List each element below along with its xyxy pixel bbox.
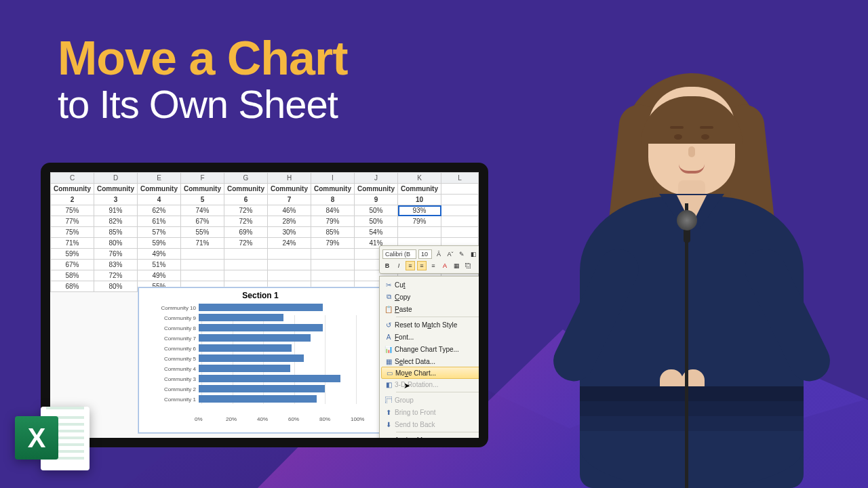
data-cell[interactable] [441, 216, 479, 227]
data-cell[interactable] [479, 238, 489, 249]
data-cell[interactable] [479, 260, 489, 270]
data-cell[interactable]: 49% [138, 249, 181, 260]
data-cell[interactable]: 67% [181, 216, 224, 227]
data-cell[interactable]: 30% [268, 227, 311, 238]
data-cell[interactable] [479, 216, 489, 227]
chart-context-menu[interactable]: ✂Cut⧉Copy📋Paste↺Reset to Match StyleAFon… [379, 276, 488, 447]
data-cell[interactable]: 51% [138, 260, 181, 270]
data-cell[interactable] [224, 270, 268, 281]
column-header[interactable]: H [268, 173, 311, 184]
data-cell[interactable]: 46% [268, 205, 311, 216]
menu-item-change-chart-type[interactable]: 📊Change Chart Type... [380, 343, 488, 355]
data-cell[interactable] [398, 227, 441, 238]
header-cell[interactable] [441, 184, 479, 195]
data-cell[interactable]: 74% [181, 205, 224, 216]
column-header[interactable]: M [479, 173, 489, 184]
data-cell[interactable]: 71% [51, 238, 94, 249]
data-cell[interactable]: 57% [138, 227, 181, 238]
data-cell[interactable] [181, 260, 224, 270]
data-cell[interactable] [479, 270, 489, 281]
data-cell[interactable] [311, 249, 355, 260]
subheader-cell[interactable]: 10 [398, 195, 441, 205]
subheader-cell[interactable]: 7 [268, 195, 311, 205]
column-header[interactable]: I [311, 173, 355, 184]
font-family-select[interactable]: Calibri (B [382, 249, 416, 259]
data-cell[interactable]: 79% [311, 216, 355, 227]
header-cell[interactable]: Community [311, 184, 355, 195]
subheader-cell[interactable]: 2 [51, 195, 94, 205]
data-cell[interactable]: 55% [181, 227, 224, 238]
data-cell[interactable]: 82% [94, 216, 138, 227]
data-cell[interactable]: 75% [51, 227, 94, 238]
italic-icon[interactable]: I [394, 261, 403, 270]
data-cell[interactable]: 59% [51, 249, 94, 260]
header-cell[interactable]: Community [51, 184, 94, 195]
data-cell[interactable]: 28% [268, 216, 311, 227]
menu-item-cut[interactable]: ✂Cut [380, 279, 488, 291]
header-cell[interactable]: Community [94, 184, 138, 195]
data-cell[interactable]: 79% [311, 238, 355, 249]
menu-item-paste[interactable]: 📋Paste [380, 303, 488, 315]
subheader-cell[interactable]: 5 [181, 195, 224, 205]
data-cell[interactable]: 61% [138, 216, 181, 227]
data-cell[interactable]: 69% [224, 227, 268, 238]
data-cell[interactable]: 93% [398, 205, 441, 216]
header-cell[interactable]: Community [268, 184, 311, 195]
data-cell[interactable]: 62% [138, 205, 181, 216]
data-cell[interactable]: 85% [94, 227, 138, 238]
menu-item-move-chart[interactable]: ▭Move Chart... [381, 367, 488, 379]
column-header[interactable]: J [355, 173, 398, 184]
data-cell[interactable] [479, 249, 489, 260]
data-cell[interactable]: 75% [51, 205, 94, 216]
data-cell[interactable]: 49% [138, 270, 181, 281]
font-size-select[interactable]: 10 [418, 249, 432, 259]
data-cell[interactable] [441, 205, 479, 216]
column-header[interactable]: F [181, 173, 224, 184]
column-header[interactable]: L [441, 173, 479, 184]
subheader-cell[interactable]: 8 [311, 195, 355, 205]
data-cell[interactable]: 68% [51, 281, 94, 292]
data-cell[interactable]: 72% [224, 238, 268, 249]
column-header[interactable]: D [94, 173, 138, 184]
menu-item-assign-macro[interactable]: Assign Macro... [380, 434, 488, 446]
align-center-icon[interactable]: ≡ [417, 261, 427, 270]
data-cell[interactable]: 58% [51, 270, 94, 281]
data-cell[interactable] [268, 249, 311, 260]
align-left-icon[interactable]: ≡ [406, 261, 415, 270]
data-cell[interactable] [268, 270, 311, 281]
data-cell[interactable]: 54% [355, 227, 398, 238]
menu-item-font[interactable]: AFont... [380, 331, 488, 343]
header-cell[interactable]: Community [181, 184, 224, 195]
mini-format-toolbar[interactable]: Calibri (B 10 Â Aˇ ✎ ◧ B I ≡ ≡ ≡ A ▦ ⿻ [379, 245, 488, 274]
border-icon[interactable]: ▦ [452, 261, 461, 270]
menu-item-copy[interactable]: ⧉Copy [380, 291, 488, 303]
data-cell[interactable]: 72% [224, 216, 268, 227]
header-cell[interactable]: Community [138, 184, 181, 195]
data-cell[interactable]: 91% [94, 205, 138, 216]
data-cell[interactable] [181, 270, 224, 281]
subheader-cell[interactable]: 4 [138, 195, 181, 205]
data-cell[interactable]: 85% [311, 227, 355, 238]
data-cell[interactable] [311, 260, 355, 270]
header-cell[interactable]: Community [398, 184, 441, 195]
column-header[interactable]: G [224, 173, 268, 184]
format-painter-icon[interactable]: ✎ [457, 249, 467, 259]
data-cell[interactable] [181, 249, 224, 260]
data-cell[interactable]: 84% [311, 205, 355, 216]
header-cell[interactable] [479, 184, 489, 195]
data-cell[interactable]: 72% [94, 270, 138, 281]
data-cell[interactable] [311, 270, 355, 281]
merge-icon[interactable]: ⿻ [463, 261, 473, 270]
data-cell[interactable]: 80% [94, 238, 138, 249]
embedded-chart[interactable]: Section 1 Community 10Community 9Communi… [138, 287, 382, 433]
menu-item-select-data[interactable]: ▦Select Data... [380, 355, 488, 367]
data-cell[interactable] [441, 227, 479, 238]
header-cell[interactable]: Community [224, 184, 268, 195]
menu-item-reset-to-match-style[interactable]: ↺Reset to Match Style [380, 319, 488, 331]
spreadsheet[interactable]: CDEFGHIJKLMN CommunityCommunityCommunity… [50, 172, 488, 292]
font-color-icon[interactable]: A [440, 261, 450, 270]
data-cell[interactable] [224, 260, 268, 270]
column-header[interactable]: C [51, 173, 94, 184]
data-cell[interactable]: 67% [51, 260, 94, 270]
data-cell[interactable]: 71% [181, 238, 224, 249]
